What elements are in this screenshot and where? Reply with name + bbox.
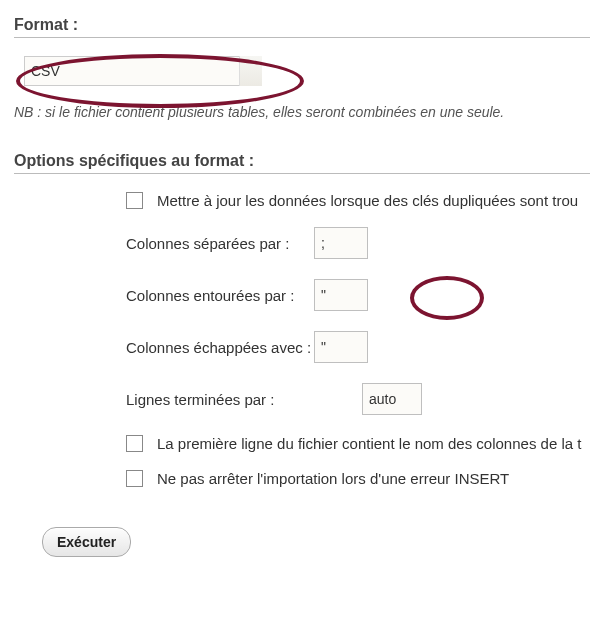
format-section-title: Format : <box>14 16 590 38</box>
format-select-wrapper[interactable]: CSV <box>24 56 262 86</box>
columns-enclosed-label: Colonnes entourées par : <box>126 287 314 304</box>
columns-separated-input[interactable] <box>314 227 368 259</box>
execute-button[interactable]: Exécuter <box>42 527 131 557</box>
columns-escaped-input[interactable] <box>314 331 368 363</box>
columns-separated-label: Colonnes séparées par : <box>126 235 314 252</box>
update-duplicates-checkbox[interactable] <box>126 192 143 209</box>
options-section-title: Options spécifiques au format : <box>14 152 590 174</box>
first-line-columns-label: La première ligne du fichier contient le… <box>157 435 581 452</box>
update-duplicates-label: Mettre à jour les données lorsque des cl… <box>157 192 578 209</box>
lines-terminated-label: Lignes terminées par : <box>126 391 314 408</box>
lines-terminated-input[interactable] <box>362 383 422 415</box>
columns-escaped-label: Colonnes échappées avec : <box>126 339 314 356</box>
no-stop-on-error-label: Ne pas arrêter l'importation lors d'une … <box>157 470 509 487</box>
format-note: NB : si le fichier contient plusieurs ta… <box>14 104 590 120</box>
format-select[interactable]: CSV <box>24 56 262 86</box>
columns-enclosed-input[interactable] <box>314 279 368 311</box>
first-line-columns-checkbox[interactable] <box>126 435 143 452</box>
no-stop-on-error-checkbox[interactable] <box>126 470 143 487</box>
